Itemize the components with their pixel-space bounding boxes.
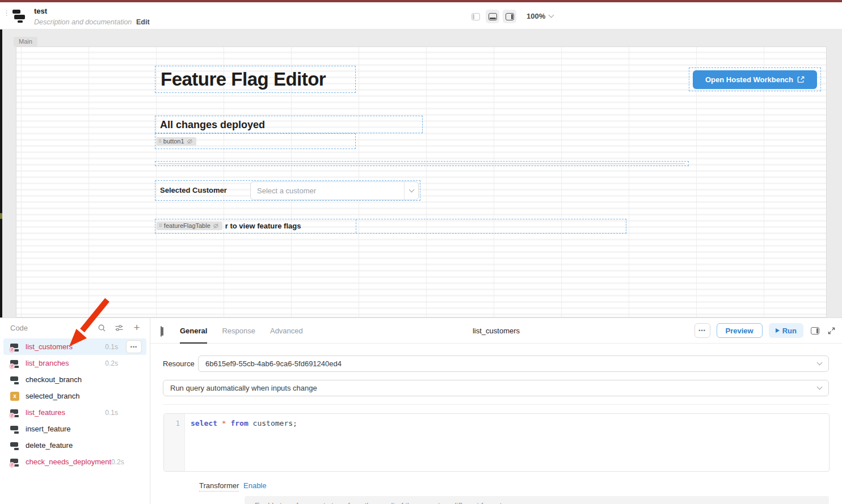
query-list-item-delete_feature[interactable]: delete_feature bbox=[3, 437, 146, 454]
customer-select-placeholder: Select a customer bbox=[251, 187, 404, 195]
query-name: insert_feature bbox=[26, 425, 71, 433]
component-tag-label: featureFlagTable bbox=[164, 222, 210, 229]
sql-editor[interactable]: 1 select * from customers; bbox=[163, 413, 830, 472]
button1-component-selection[interactable]: ⠿ button1 bbox=[155, 133, 356, 149]
deploy-status-text: All changes deployed bbox=[155, 116, 422, 133]
feature-flag-table-tag[interactable]: ⠿ featureFlagTable bbox=[157, 222, 222, 230]
canvas-zoom-control[interactable]: 100% bbox=[527, 12, 553, 20]
transformer-hint-text: Enable transformers to transform the res… bbox=[255, 501, 502, 504]
query-list-item-checkout_branch[interactable]: checkout_branch bbox=[3, 371, 146, 388]
resource-query-icon bbox=[10, 425, 20, 434]
customer-select-dropdown-button[interactable] bbox=[404, 182, 418, 200]
transformer-enable-link[interactable]: Enable bbox=[243, 481, 266, 490]
chevron-down-icon bbox=[817, 384, 823, 390]
toggle-right-panel-icon[interactable] bbox=[810, 325, 820, 336]
table-hint-text: r to view feature flags bbox=[225, 222, 301, 230]
hidden-eye-icon bbox=[187, 138, 193, 145]
run-mode-value: Run query automatically when inputs chan… bbox=[163, 384, 818, 392]
page-tab-main[interactable]: Main bbox=[14, 37, 37, 46]
workbench-button-selection: Open Hosted Workbench bbox=[689, 67, 821, 91]
filter-sliders-icon[interactable] bbox=[114, 323, 124, 333]
transformer-label: Transformer bbox=[199, 481, 239, 492]
canvas-region: Main Feature Flag Editor Open Hosted Wor… bbox=[0, 29, 842, 317]
toggle-bottom-panel-icon[interactable] bbox=[486, 10, 499, 23]
drag-grip-icon: ⠿ bbox=[158, 139, 161, 144]
query-editor-header: GeneralResponseAdvanced list_customers •… bbox=[150, 318, 842, 344]
query-list-item-selected_branch[interactable]: xselected_branch bbox=[3, 388, 146, 404]
open-hosted-workbench-button[interactable]: Open Hosted Workbench bbox=[693, 70, 817, 89]
resource-query-icon: ! bbox=[10, 342, 20, 351]
hidden-eye-icon bbox=[213, 223, 219, 229]
query-list-item-check_needs_deployment[interactable]: !check_needs_deployment0.2s bbox=[3, 454, 146, 470]
query-run-time: 0.1s bbox=[105, 409, 118, 417]
status-text-selection[interactable]: All changes deployed bbox=[155, 116, 423, 133]
run-button[interactable]: Run bbox=[769, 323, 803, 338]
search-icon[interactable] bbox=[96, 323, 107, 333]
query-more-button[interactable]: ••• bbox=[694, 323, 710, 338]
toggle-left-panel-icon[interactable] bbox=[469, 10, 482, 23]
query-list-item-list_branches[interactable]: !list_branches0.2s bbox=[3, 355, 146, 371]
code-panel-title: Code bbox=[10, 324, 96, 332]
app-logo-icon[interactable] bbox=[11, 9, 27, 24]
query-name: list_customers bbox=[26, 342, 73, 351]
query-name: list_features bbox=[26, 408, 65, 417]
chevron-down-icon bbox=[549, 12, 554, 18]
collapsed-left-panel-edge bbox=[0, 29, 2, 317]
resource-query-icon bbox=[10, 375, 20, 384]
resource-query-icon: ! bbox=[10, 408, 20, 417]
resource-query-icon: ! bbox=[10, 359, 20, 368]
play-icon bbox=[776, 328, 780, 333]
app-title: test bbox=[34, 7, 47, 15]
component-tag-label: button1 bbox=[163, 138, 184, 145]
preview-button[interactable]: Preview bbox=[717, 323, 763, 338]
button1-component-tag[interactable]: ⠿ button1 bbox=[156, 137, 196, 146]
zoom-level: 100% bbox=[527, 12, 545, 20]
divider-component-selection[interactable] bbox=[155, 161, 689, 166]
resource-label: Resource bbox=[163, 359, 195, 368]
panel-toggle-group bbox=[469, 10, 516, 23]
query-run-time: 0.2s bbox=[111, 458, 124, 466]
app-header: ⋮ test Description and documentation Edi… bbox=[0, 2, 842, 29]
customer-select-component-selection: Selected Customer Select a customer bbox=[155, 180, 420, 201]
drag-grip-icon: ⠿ bbox=[159, 223, 162, 228]
app-heading-text: Feature Flag Editor bbox=[155, 66, 355, 92]
query-name: selected_branch bbox=[26, 392, 79, 400]
query-name: list_branches bbox=[26, 359, 69, 367]
variable-icon: x bbox=[10, 392, 19, 401]
resource-query-icon bbox=[10, 441, 20, 450]
query-run-time: 0.1s bbox=[105, 343, 118, 351]
section-divider bbox=[163, 404, 830, 405]
external-link-icon bbox=[797, 76, 805, 83]
query-list-item-list_customers[interactable]: !list_customers0.1s••• bbox=[3, 338, 146, 355]
add-query-button[interactable]: + bbox=[132, 323, 142, 333]
bottom-panel: Code + !list_customers0.1s•••!list_branc… bbox=[0, 317, 842, 504]
code-panel: Code + !list_customers0.1s•••!list_branc… bbox=[0, 318, 150, 504]
query-name: checkout_branch bbox=[26, 375, 82, 384]
sql-line-number: 1 bbox=[164, 414, 185, 471]
code-panel-header: Code + bbox=[0, 318, 150, 337]
run-mode-select[interactable]: Run query automatically when inputs chan… bbox=[163, 380, 829, 396]
query-list: !list_customers0.1s•••!list_branches0.2s… bbox=[0, 337, 150, 470]
query-list-item-insert_feature[interactable]: insert_feature bbox=[3, 421, 146, 437]
customer-select-input[interactable]: Select a customer bbox=[250, 181, 419, 200]
feature-flag-table-selection[interactable]: ⠿ featureFlagTable r to view feature fla… bbox=[155, 219, 626, 234]
edit-description-button[interactable]: Edit bbox=[136, 18, 150, 26]
query-editor-panel: GeneralResponseAdvanced list_customers •… bbox=[150, 318, 842, 504]
drag-handle-icon[interactable]: ⋮ bbox=[3, 10, 10, 16]
resource-select[interactable]: 6b615ef9-55cb-4ab6-9ca6-5fd691240ed4 bbox=[198, 355, 829, 372]
query-list-item-list_features[interactable]: !list_features0.1s bbox=[3, 404, 146, 421]
query-item-more-button[interactable]: ••• bbox=[126, 340, 142, 353]
toggle-right-panel-icon[interactable] bbox=[503, 10, 516, 23]
chevron-down-icon bbox=[409, 187, 414, 193]
query-run-time: 0.2s bbox=[105, 359, 118, 367]
resource-query-icon: ! bbox=[10, 458, 20, 467]
divider-line bbox=[158, 163, 685, 164]
workbench-button-label: Open Hosted Workbench bbox=[705, 75, 793, 84]
sql-code-line[interactable]: select * from customers; bbox=[185, 414, 829, 471]
query-name: delete_feature bbox=[26, 441, 73, 450]
app-description-placeholder: Description and documentation bbox=[34, 18, 132, 26]
run-button-label: Run bbox=[782, 327, 797, 335]
resource-value: 6b615ef9-55cb-4ab6-9ca6-5fd691240ed4 bbox=[199, 359, 818, 368]
title-component-selection[interactable]: Feature Flag Editor bbox=[155, 66, 356, 93]
expand-panel-icon[interactable] bbox=[826, 325, 836, 336]
